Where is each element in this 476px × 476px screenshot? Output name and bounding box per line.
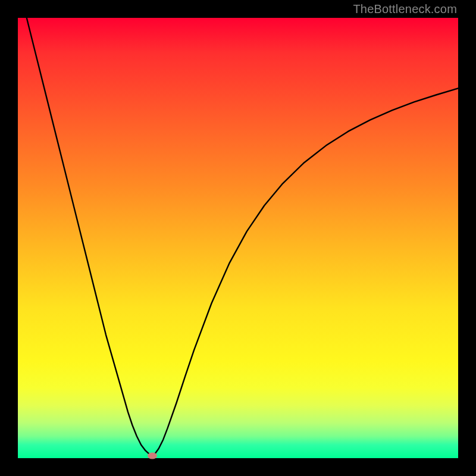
chart-plot-area <box>18 18 458 458</box>
watermark-text: TheBottleneck.com <box>353 2 457 16</box>
chart-curve <box>18 18 458 458</box>
chart-minimum-marker <box>148 453 157 459</box>
chart-frame: TheBottleneck.com <box>0 0 476 476</box>
